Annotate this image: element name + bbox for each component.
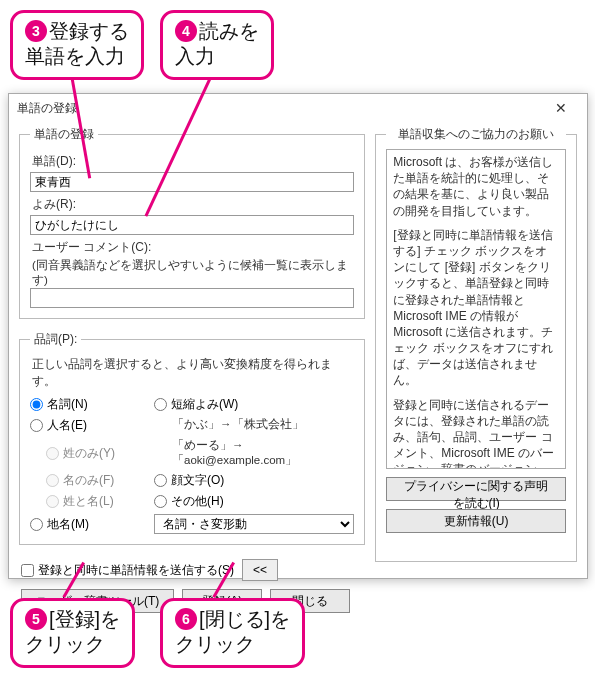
radio-sonota[interactable]: その他(H) — [154, 493, 354, 510]
radio-tanshuku-label: 短縮よみ(W) — [171, 396, 238, 413]
dialog-content: 単語の登録 単語(D): よみ(R): ユーザー コメント(C): (同音異義語… — [9, 122, 587, 578]
radio-chimei-label: 地名(M) — [47, 516, 89, 533]
callout-4-num: 4 — [175, 20, 197, 42]
comment-label: ユーザー コメント(C): — [32, 239, 354, 256]
info-p1: Microsoft は、お客様が送信した単語を統計的に処理し、その結果を基に、よ… — [393, 154, 559, 219]
collapse-button[interactable]: << — [242, 559, 278, 581]
radio-sei-label: 姓のみ(Y) — [63, 445, 115, 462]
info-p3: 登録と同時に送信されるデータには、登録された単語の読み、語句、品詞、ユーザー コ… — [393, 397, 559, 469]
callout-4: 4読みを入力 — [160, 10, 274, 80]
radio-mei[interactable]: 名のみ(F) — [46, 472, 150, 489]
pos-grid: 名詞(N) 短縮よみ(W) 人名(E) 「かぶ」→「株式会社」 姓のみ(Y) — [30, 396, 354, 534]
left-pane: 単語の登録 単語(D): よみ(R): ユーザー コメント(C): (同音異義語… — [19, 122, 365, 570]
word-label: 単語(D): — [32, 153, 354, 170]
radio-sonota-label: その他(H) — [171, 493, 224, 510]
privacy-button[interactable]: プライバシーに関する声明を読む(I) — [386, 477, 566, 501]
radio-tanshuku[interactable]: 短縮よみ(W) — [154, 396, 354, 413]
radio-seimei-label: 姓と名(L) — [63, 493, 114, 510]
radio-meishi-input[interactable] — [30, 398, 43, 411]
word-group-legend: 単語の登録 — [30, 126, 98, 143]
example-1: 「かぶ」→「株式会社」 — [172, 417, 354, 434]
radio-chimei[interactable]: 地名(M) — [30, 514, 150, 534]
pos-legend: 品詞(P): — [30, 331, 81, 348]
info-group: 単語収集へのご協力のお願い Microsoft は、お客様が送信した単語を統計的… — [375, 126, 577, 562]
callout-6: 6[閉じる]をクリック — [160, 598, 305, 668]
word-group: 単語の登録 単語(D): よみ(R): ユーザー コメント(C): (同音異義語… — [19, 126, 365, 319]
callout-3-num: 3 — [25, 20, 47, 42]
info-textbox[interactable]: Microsoft は、お客様が送信した単語を統計的に処理し、その結果を基に、よ… — [386, 149, 566, 469]
radio-sei-input — [46, 447, 59, 460]
callout-6-num: 6 — [175, 608, 197, 630]
pos-group: 品詞(P): 正しい品詞を選択すると、より高い変換精度を得られます。 名詞(N)… — [19, 331, 365, 545]
info-legend: 単語収集へのご協力のお願い — [386, 126, 566, 143]
radio-mei-label: 名のみ(F) — [63, 472, 114, 489]
titlebar: 単語の登録 ✕ — [9, 94, 587, 122]
comment-input[interactable] — [30, 288, 354, 308]
callout-3: 3登録する単語を入力 — [10, 10, 144, 80]
radio-kaomoji-label: 顔文字(O) — [171, 472, 224, 489]
close-icon[interactable]: ✕ — [541, 97, 581, 119]
radio-sonota-input[interactable] — [154, 495, 167, 508]
radio-tanshuku-input[interactable] — [154, 398, 167, 411]
right-pane: 単語収集へのご協力のお願い Microsoft は、お客様が送信した単語を統計的… — [375, 122, 577, 570]
dialog-title: 単語の登録 — [17, 100, 77, 117]
radio-jinmei-label: 人名(E) — [47, 417, 87, 434]
radio-kaomoji-input[interactable] — [154, 474, 167, 487]
send-checkbox-label[interactable]: 登録と同時に単語情報を送信する(S) — [21, 562, 234, 579]
callout-5: 5[登録]をクリック — [10, 598, 135, 668]
radio-kaomoji[interactable]: 顔文字(O) — [154, 472, 354, 489]
info-p2: [登録と同時に単語情報を送信する] チェック ボックスをオンにして [登録] ボ… — [393, 227, 559, 389]
radio-meishi[interactable]: 名詞(N) — [30, 396, 150, 413]
sonota-select[interactable]: 名詞・さ変形動 — [154, 514, 354, 534]
radio-chimei-input[interactable] — [30, 518, 43, 531]
radio-seimei-input — [46, 495, 59, 508]
radio-jinmei[interactable]: 人名(E) — [30, 417, 150, 434]
example-2: 「めーる」→「aoki@example.com」 — [172, 438, 354, 468]
yomi-input[interactable] — [30, 215, 354, 235]
radio-sei[interactable]: 姓のみ(Y) — [46, 438, 150, 468]
pos-desc: 正しい品詞を選択すると、より高い変換精度を得られます。 — [32, 356, 354, 390]
update-info-button[interactable]: 更新情報(U) — [386, 509, 566, 533]
radio-mei-input — [46, 474, 59, 487]
radio-seimei[interactable]: 姓と名(L) — [46, 493, 150, 510]
word-register-dialog: 単語の登録 ✕ 単語の登録 単語(D): よみ(R): ユーザー コメント(C)… — [8, 93, 588, 579]
yomi-label: よみ(R): — [32, 196, 354, 213]
send-checkbox-text: 登録と同時に単語情報を送信する(S) — [38, 562, 234, 579]
radio-meishi-label: 名詞(N) — [47, 396, 88, 413]
comment-hint: (同音異義語などを選択しやすいように候補一覧に表示します) — [32, 258, 354, 288]
radio-jinmei-input[interactable] — [30, 419, 43, 432]
callout-5-num: 5 — [25, 608, 47, 630]
word-input[interactable] — [30, 172, 354, 192]
send-checkbox[interactable] — [21, 564, 34, 577]
